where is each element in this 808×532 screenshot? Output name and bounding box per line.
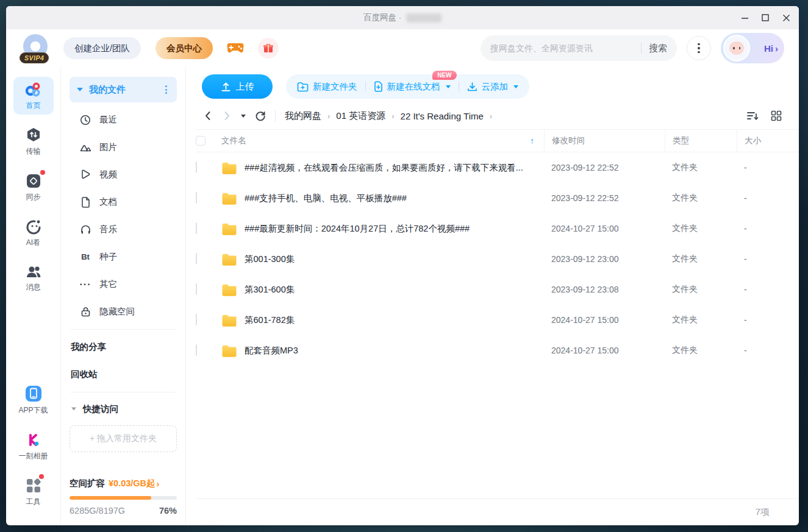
sidebar-item-hidden-space[interactable]: 隐藏空间 [70, 298, 177, 325]
rail-item-ai-view[interactable]: AI看 [13, 214, 54, 252]
row-checkbox[interactable] [196, 314, 197, 325]
play-icon [79, 169, 91, 180]
row-checkbox[interactable] [196, 161, 197, 173]
rail-item-transfer[interactable]: 传输 [13, 122, 54, 160]
close-button[interactable] [776, 6, 796, 29]
rail-label: APP下载 [18, 405, 48, 416]
sidebar-item-torrents[interactable]: Bt 种子 [70, 243, 177, 271]
row-checkbox[interactable] [196, 283, 197, 295]
file-row[interactable]: ###支持手机、电脑、电视、平板播放### 2023-09-12 22:52 文… [196, 183, 799, 213]
create-team-button[interactable]: 创建企业/团队 [63, 37, 141, 59]
sidebar-item-videos[interactable]: 视频 [70, 161, 177, 188]
more-menu-button[interactable] [687, 36, 711, 60]
cloud-add-label: 云添加 [482, 81, 509, 93]
breadcrumb-root[interactable]: 我的网盘 [285, 110, 321, 122]
search-button[interactable]: 搜索 [649, 43, 667, 54]
search-input[interactable] [490, 43, 634, 53]
rail-label: 同步 [26, 192, 41, 202]
vip-center-button[interactable]: 会员中心 [156, 37, 213, 59]
sort-ascending-icon[interactable]: ↑ [530, 136, 534, 146]
app-logo[interactable]: SVIP4 [21, 34, 48, 62]
account-button[interactable]: Hi › [721, 33, 784, 63]
row-checkbox[interactable] [196, 344, 197, 356]
rail-item-messages[interactable]: 消息 [13, 260, 54, 296]
file-row[interactable]: 配套音频MP3 2024-10-27 15:00 文件夹 - [196, 335, 799, 366]
sidebar-item-pictures[interactable]: 图片 [70, 133, 177, 161]
file-name[interactable]: ###超清视频，在线观看会压缩画质，如果要画质好，请下载下来观看... [245, 162, 523, 174]
row-checkbox[interactable] [196, 253, 197, 264]
window-title: 百度网盘 · [363, 12, 401, 23]
sidebar-item-recent[interactable]: 最近 [70, 106, 177, 133]
back-button[interactable] [203, 111, 213, 121]
refresh-button[interactable] [255, 110, 266, 121]
row-checkbox[interactable] [196, 192, 197, 204]
file-name[interactable]: 第001-300集 [245, 254, 295, 265]
rail-label: 一刻相册 [19, 451, 48, 461]
rail-item-home[interactable]: 首页 [13, 77, 54, 115]
left-rail: 首页 传输 同步 [6, 67, 61, 525]
toolbar-group: 新建文件夹 NEW 新建在线文档 [286, 74, 529, 99]
sidebar-my-files[interactable]: 我的文件 [70, 77, 177, 102]
rail-item-tools[interactable]: 工具 [13, 473, 54, 511]
breadcrumb-folder[interactable]: 01 英语资源 [336, 110, 385, 122]
column-size[interactable]: 大小 [737, 130, 799, 152]
column-name[interactable]: 文件名 [221, 135, 246, 146]
table-header: 文件名 ↑ 修改时间 类型 大小 [196, 129, 799, 152]
new-folder-icon [297, 82, 309, 92]
grid-view-button[interactable] [771, 110, 782, 121]
file-name[interactable]: 第601-782集 [245, 314, 295, 326]
sidebar-item-music[interactable]: 音乐 [70, 216, 177, 243]
file-modified: 2023-09-12 22:52 [544, 163, 665, 172]
sidebar-item-label: 图片 [99, 141, 117, 153]
file-row[interactable]: 第301-600集 2023-09-12 23:08 文件夹 - [196, 274, 799, 305]
maximize-button[interactable] [755, 6, 776, 29]
new-online-doc-button[interactable]: NEW 新建在线文档 [374, 81, 451, 93]
titlebar[interactable]: 百度网盘 · [6, 6, 799, 29]
breadcrumb-current[interactable]: 22 It's Reading Time [401, 111, 484, 121]
file-row[interactable]: ###超清视频，在线观看会压缩画质，如果要画质好，请下载下来观看... 2023… [196, 152, 799, 183]
rail-item-yike-album[interactable]: 一刻相册 [13, 427, 54, 465]
my-files-menu-button[interactable] [163, 83, 170, 96]
rail-item-sync[interactable]: 同步 [13, 168, 54, 206]
yike-album-icon [25, 431, 42, 449]
sidebar-item-documents[interactable]: 文档 [70, 188, 177, 216]
sort-button[interactable] [746, 110, 759, 121]
file-name[interactable]: 配套音频MP3 [245, 345, 298, 356]
sidebar-item-label: 最近 [99, 114, 117, 126]
drop-favorite-folder-zone[interactable]: + 拖入常用文件夹 [70, 425, 177, 452]
file-name[interactable]: 第301-600集 [245, 284, 295, 296]
minimize-button[interactable] [734, 6, 755, 29]
file-row[interactable]: ###最新更新时间：2024年10月27日，总计782个视频### 2024-1… [196, 213, 799, 244]
game-center-button[interactable] [225, 38, 246, 59]
quick-access-label: 快捷访问 [83, 403, 118, 415]
forward-button[interactable] [222, 111, 232, 121]
sidebar-item-recycle-bin[interactable]: 回收站 [70, 361, 177, 388]
file-name[interactable]: ###最新更新时间：2024年10月27日，总计782个视频### [245, 223, 470, 235]
row-checkbox[interactable] [196, 222, 197, 234]
minimize-icon [741, 14, 749, 22]
folder-icon [221, 314, 237, 327]
upload-button[interactable]: 上传 [202, 74, 273, 99]
storage-expand-link[interactable]: 空间扩容 ¥0.03/GB起 › [70, 478, 177, 489]
file-name[interactable]: ###支持手机、电脑、电视、平板播放### [245, 193, 407, 204]
cloud-add-button[interactable]: 云添加 [467, 81, 519, 93]
quick-access-header[interactable]: 快捷访问 [70, 396, 177, 422]
sidebar-item-others[interactable]: ··· 其它 [70, 271, 177, 298]
new-folder-button[interactable]: 新建文件夹 [297, 81, 357, 93]
column-type[interactable]: 类型 [665, 130, 737, 152]
column-modified[interactable]: 修改时间 [544, 130, 665, 152]
breadcrumb-caret[interactable]: › [490, 112, 492, 121]
gamepad-icon [227, 42, 244, 54]
caret-down-icon [513, 85, 518, 88]
select-all-checkbox[interactable] [196, 136, 206, 146]
transfer-icon [25, 127, 42, 144]
file-row[interactable]: 第001-300集 2023-09-12 23:00 文件夹 - [196, 244, 799, 274]
chevron-right-icon: › [327, 112, 330, 121]
file-row[interactable]: 第601-782集 2024-10-27 15:00 文件夹 - [196, 305, 799, 335]
sidebar-item-my-shares[interactable]: 我的分享 [70, 333, 177, 361]
gift-button[interactable] [258, 38, 279, 59]
history-dropdown-button[interactable] [241, 115, 246, 118]
upload-icon [221, 82, 231, 92]
rail-item-app-download[interactable]: APP下载 [13, 380, 54, 419]
search-box[interactable]: 搜索 [481, 35, 677, 61]
